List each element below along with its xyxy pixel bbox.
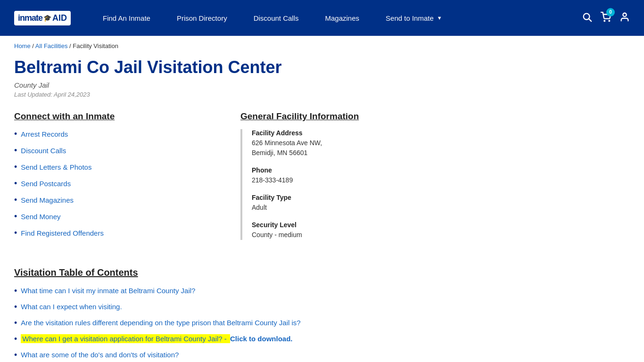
navbar-icons: 0: [582, 12, 630, 25]
breadcrumb-all-facilities[interactable]: All Facilities: [35, 42, 68, 49]
logo-aid-text: AID: [52, 13, 67, 23]
svg-line-1: [589, 19, 591, 21]
search-icon[interactable]: [582, 12, 592, 25]
logo-text: inmate: [18, 13, 42, 23]
facility-info-box: Facility Address 626 Minnesota Ave NW,Be…: [240, 129, 552, 240]
toc-link-3[interactable]: Are the visitation rules different depen…: [21, 318, 300, 328]
nav-find-inmate[interactable]: Find An Inmate: [90, 0, 164, 36]
address-block: Facility Address 626 Minnesota Ave NW,Be…: [252, 129, 552, 158]
nav-magazines[interactable]: Magazines: [312, 0, 373, 36]
logo[interactable]: inmate 🎓 AID: [14, 11, 71, 25]
list-item: Send Magazines: [14, 195, 212, 205]
send-letters-link[interactable]: Send Letters & Photos: [21, 163, 91, 171]
toc-link-2[interactable]: What can I expect when visiting.: [21, 302, 122, 312]
cart-icon[interactable]: 0: [601, 12, 611, 25]
list-item: Find Registered Offenders: [14, 228, 212, 238]
nav-links: Find An Inmate Prison Directory Discount…: [90, 0, 582, 36]
toc-link-1[interactable]: What time can I visit my inmate at Beltr…: [21, 286, 195, 296]
address-label: Facility Address: [252, 129, 552, 137]
address-value: 626 Minnesota Ave NW,Bemidji, MN 56601: [252, 138, 552, 158]
breadcrumb-home[interactable]: Home: [14, 42, 31, 49]
toc-link-5[interactable]: What are some of the do's and don'ts of …: [21, 350, 179, 360]
main-content: Beltrami Co Jail Visitation Center Count…: [0, 52, 566, 362]
facility-type-value: Adult: [252, 203, 552, 213]
page-title: Beltrami Co Jail Visitation Center: [14, 57, 552, 77]
list-item: Discount Calls: [14, 146, 212, 156]
cart-badge: 0: [606, 8, 615, 16]
send-postcards-link[interactable]: Send Postcards: [21, 180, 71, 188]
toc-section: Visitation Table of Contents What time c…: [14, 267, 552, 362]
list-item: Send Postcards: [14, 179, 212, 189]
find-offenders-link[interactable]: Find Registered Offenders: [21, 229, 104, 237]
logo-hat-icon: 🎓: [43, 14, 51, 22]
send-magazines-link[interactable]: Send Magazines: [21, 196, 74, 204]
breadcrumb: Home / All Facilities / Facility Visitat…: [0, 36, 644, 52]
right-column: General Facility Information Facility Ad…: [240, 111, 552, 248]
click-download-link[interactable]: Click to download.: [230, 335, 293, 343]
connect-list: Arrest Records Discount Calls Send Lette…: [14, 129, 212, 238]
send-money-link[interactable]: Send Money: [21, 213, 60, 221]
list-item: What time can I visit my inmate at Beltr…: [14, 286, 552, 296]
security-label: Security Level: [252, 221, 552, 229]
last-updated: Last Updated: April 24,2023: [14, 91, 552, 98]
svg-point-4: [623, 13, 626, 16]
facility-type-label: County Jail: [14, 81, 552, 89]
facility-type-block: Facility Type Adult: [252, 194, 552, 213]
list-item: Send Money: [14, 212, 212, 222]
list-item: Arrest Records: [14, 129, 212, 139]
left-column: Connect with an Inmate Arrest Records Di…: [14, 111, 212, 248]
two-column-layout: Connect with an Inmate Arrest Records Di…: [14, 111, 552, 248]
discount-calls-link[interactable]: Discount Calls: [21, 147, 66, 155]
list-item: What are some of the do's and don'ts of …: [14, 350, 552, 360]
facility-type-label-key: Facility Type: [252, 194, 552, 201]
connect-section-title: Connect with an Inmate: [14, 111, 212, 122]
nav-send-to-inmate[interactable]: Send to Inmate ▼: [372, 0, 455, 36]
phone-label: Phone: [252, 166, 552, 174]
toc-link-4[interactable]: Where can I get a visitation application…: [21, 334, 292, 344]
highlighted-text: Where can I get a visitation application…: [21, 334, 230, 343]
nav-prison-directory[interactable]: Prison Directory: [164, 0, 240, 36]
svg-point-3: [609, 20, 610, 21]
list-item: Send Letters & Photos: [14, 162, 212, 172]
svg-point-2: [604, 20, 605, 21]
breadcrumb-current: Facility Visitation: [73, 42, 118, 49]
nav-discount-calls[interactable]: Discount Calls: [240, 0, 312, 36]
user-icon[interactable]: [619, 12, 630, 25]
list-item: What can I expect when visiting.: [14, 302, 552, 312]
security-block: Security Level County - medium: [252, 221, 552, 240]
navbar: inmate 🎓 AID Find An Inmate Prison Direc…: [0, 0, 644, 36]
security-value: County - medium: [252, 230, 552, 240]
phone-block: Phone 218-333-4189: [252, 166, 552, 185]
toc-list: What time can I visit my inmate at Beltr…: [14, 286, 552, 362]
toc-title: Visitation Table of Contents: [14, 267, 552, 278]
list-item: Where can I get a visitation application…: [14, 334, 552, 344]
list-item: Are the visitation rules different depen…: [14, 318, 552, 328]
facility-info-title: General Facility Information: [240, 111, 552, 122]
arrest-records-link[interactable]: Arrest Records: [21, 130, 68, 138]
dropdown-chevron-icon: ▼: [437, 15, 442, 21]
phone-value: 218-333-4189: [252, 175, 552, 185]
